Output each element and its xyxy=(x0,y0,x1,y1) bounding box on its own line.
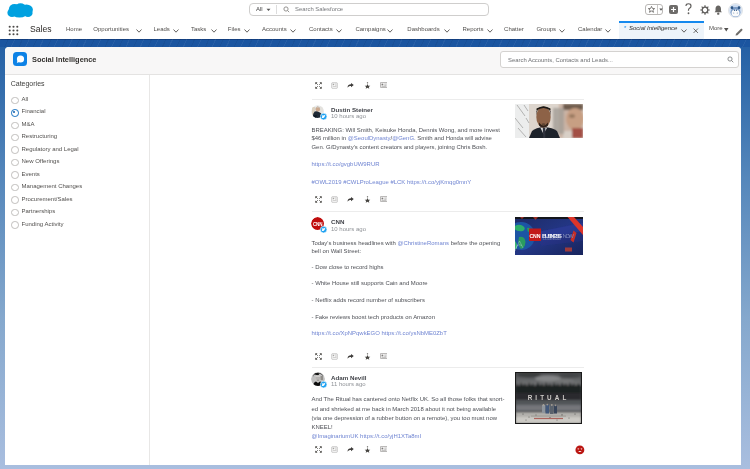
svg-text:RITUAL: RITUAL xyxy=(528,394,570,401)
svg-text:NOW: NOW xyxy=(563,233,575,239)
svg-text:BUSINESS: BUSINESS xyxy=(543,235,562,241)
svg-text:CNN: CNN xyxy=(529,233,540,239)
